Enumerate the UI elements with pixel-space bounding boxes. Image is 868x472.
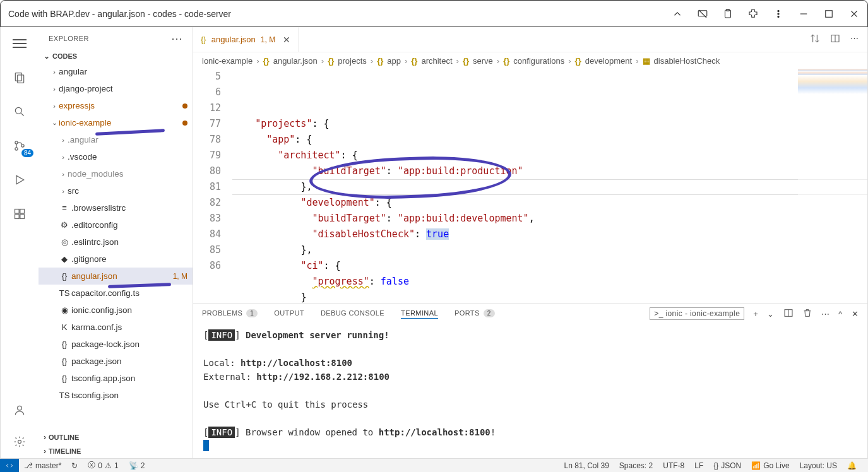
file-item[interactable]: ⚙.editorconfig xyxy=(39,216,193,233)
folder-item[interactable]: ⌄ionic-example xyxy=(39,114,193,131)
code-line[interactable]: } xyxy=(232,290,867,304)
code-line[interactable]: "buildTarget": "app:build:production" xyxy=(232,163,867,179)
status-encoding[interactable]: UTF-8 xyxy=(658,461,689,470)
menu-icon[interactable] xyxy=(11,35,28,52)
folder-item[interactable]: ›expressjs xyxy=(39,97,193,114)
file-item[interactable]: {}package-lock.json xyxy=(39,336,193,353)
code-line[interactable]: "ci": { xyxy=(232,258,867,274)
status-layout[interactable]: Layout: US xyxy=(795,461,842,470)
remote-indicator[interactable] xyxy=(0,459,19,472)
sidebar-more-icon[interactable]: ⋯ xyxy=(171,32,183,45)
run-debug-icon[interactable] xyxy=(11,171,28,189)
chevron-up-icon[interactable] xyxy=(672,8,683,20)
file-item[interactable]: ◆.gitignore xyxy=(39,251,193,268)
file-item[interactable]: TStsconfig.json xyxy=(39,387,193,404)
more-icon[interactable] xyxy=(773,8,784,20)
maximize-icon[interactable] xyxy=(823,8,835,20)
terminal-selector[interactable]: >_ ionic - ionic-example xyxy=(650,307,744,320)
status-branch[interactable]: ⎇master* xyxy=(19,461,66,470)
minimize-icon[interactable] xyxy=(798,8,809,20)
compare-icon[interactable] xyxy=(810,33,820,45)
source-control-icon[interactable]: 84 xyxy=(11,137,28,155)
extension-icon[interactable] xyxy=(747,8,759,20)
file-item[interactable]: ≡.browserslistrc xyxy=(39,199,193,216)
tab-ports[interactable]: PORTS2 xyxy=(455,309,495,319)
file-item[interactable]: TScapacitor.config.ts xyxy=(39,285,193,302)
code-line[interactable]: "progress": false xyxy=(232,274,867,290)
trash-icon[interactable] xyxy=(802,308,812,320)
code-line[interactable]: }, xyxy=(232,242,867,258)
file-item[interactable]: ◉ionic.config.json xyxy=(39,302,193,319)
account-icon[interactable] xyxy=(11,401,28,419)
folder-item[interactable]: ›angular xyxy=(39,63,193,80)
breadcrumb-item[interactable]: angular.json xyxy=(273,56,318,66)
breadcrumb-item[interactable]: disableHostCheck xyxy=(654,56,720,66)
breadcrumb-item[interactable]: projects xyxy=(338,56,367,66)
code-content[interactable]: "projects": { "app": { "architect": { "b… xyxy=(232,69,867,304)
json-icon: {} xyxy=(201,35,206,44)
minimap[interactable] xyxy=(798,69,867,195)
tab-angular-json[interactable]: {} angular.json 1, M ✕ xyxy=(193,27,299,52)
tab-terminal[interactable]: TERMINAL xyxy=(401,309,438,319)
file-item[interactable]: {}angular.json1, M xyxy=(39,268,193,285)
panel-more-icon[interactable]: ⋯ xyxy=(821,309,829,319)
breadcrumb-item[interactable]: ionic-example xyxy=(202,56,253,66)
extensions-icon[interactable] xyxy=(11,205,28,223)
section-timeline[interactable]: ›TIMELINE xyxy=(39,444,193,458)
code-line[interactable]: "architect": { xyxy=(232,148,867,163)
breadcrumbs[interactable]: ionic-example ›{} angular.json ›{} proje… xyxy=(193,52,867,69)
status-bell-icon[interactable]: 🔔 xyxy=(842,461,862,470)
code-editor[interactable]: 561277787980818283848586 "projects": { "… xyxy=(193,69,867,304)
code-line[interactable]: "projects": { xyxy=(232,116,867,132)
code-line[interactable]: "buildTarget": "app:build:development", xyxy=(232,211,867,227)
folder-item[interactable]: ›.angular xyxy=(39,131,193,148)
code-line[interactable]: "app": { xyxy=(232,132,867,148)
folder-item[interactable]: ›node_modules xyxy=(39,165,193,182)
file-item[interactable]: ◎.eslintrc.json xyxy=(39,233,193,251)
breadcrumb-item[interactable]: configurations xyxy=(513,56,564,66)
breadcrumb-item[interactable]: serve xyxy=(473,56,493,66)
tab-output[interactable]: OUTPUT xyxy=(274,309,304,318)
code-line[interactable]: "disableHostCheck": true xyxy=(232,227,867,242)
file-item[interactable]: {}tsconfig.app.json xyxy=(39,370,193,387)
item-label: node_modules xyxy=(68,169,124,179)
status-language[interactable]: {}JSON xyxy=(708,461,746,470)
editor-more-icon[interactable]: ⋯ xyxy=(850,33,859,45)
status-cursor[interactable]: Ln 81, Col 39 xyxy=(559,461,614,470)
close-icon[interactable] xyxy=(848,8,860,20)
settings-gear-icon[interactable] xyxy=(11,433,28,451)
maximize-panel-icon[interactable]: ^ xyxy=(838,309,843,319)
breadcrumb-item[interactable]: architect xyxy=(421,56,452,66)
close-panel-icon[interactable]: ✕ xyxy=(852,309,859,319)
status-golive[interactable]: 📶Go Live xyxy=(746,461,794,470)
terminal-content[interactable]: [INFO] Development server running! Local… xyxy=(193,323,867,458)
explorer-icon[interactable] xyxy=(11,69,28,86)
file-icon: TS xyxy=(59,391,70,400)
clipboard-icon[interactable] xyxy=(722,8,734,20)
folder-item[interactable]: ›.vscode xyxy=(39,148,193,165)
terminal-dropdown-icon[interactable]: ⌄ xyxy=(767,309,774,319)
new-terminal-icon[interactable]: + xyxy=(753,309,758,319)
breadcrumb-item[interactable]: app xyxy=(387,56,401,66)
search-icon[interactable] xyxy=(11,103,28,121)
folder-item[interactable]: ›src xyxy=(39,182,193,199)
code-line[interactable]: "development": { xyxy=(232,195,867,211)
status-sync[interactable]: ↻ xyxy=(66,461,83,470)
section-outline[interactable]: ›OUTLINE xyxy=(39,430,193,444)
screenshare-off-icon[interactable] xyxy=(697,8,708,20)
breadcrumb-item[interactable]: development xyxy=(585,56,632,66)
file-item[interactable]: {}package.json xyxy=(39,353,193,370)
status-ports[interactable]: 📡2 xyxy=(124,461,150,470)
status-problems[interactable]: ⓧ0⚠1 xyxy=(83,460,123,471)
tab-close-icon[interactable]: ✕ xyxy=(283,35,290,45)
status-eol[interactable]: LF xyxy=(689,461,708,470)
section-codes[interactable]: ⌄CODES xyxy=(39,49,193,63)
folder-item[interactable]: ›django-project xyxy=(39,80,193,97)
split-editor-icon[interactable] xyxy=(830,33,840,45)
status-spaces[interactable]: Spaces: 2 xyxy=(614,461,658,470)
tab-problems[interactable]: PROBLEMS1 xyxy=(202,309,258,319)
tab-debug-console[interactable]: DEBUG CONSOLE xyxy=(321,309,384,318)
file-icon: K xyxy=(59,322,70,332)
split-terminal-icon[interactable] xyxy=(783,308,794,320)
file-item[interactable]: Kkarma.conf.js xyxy=(39,319,193,336)
